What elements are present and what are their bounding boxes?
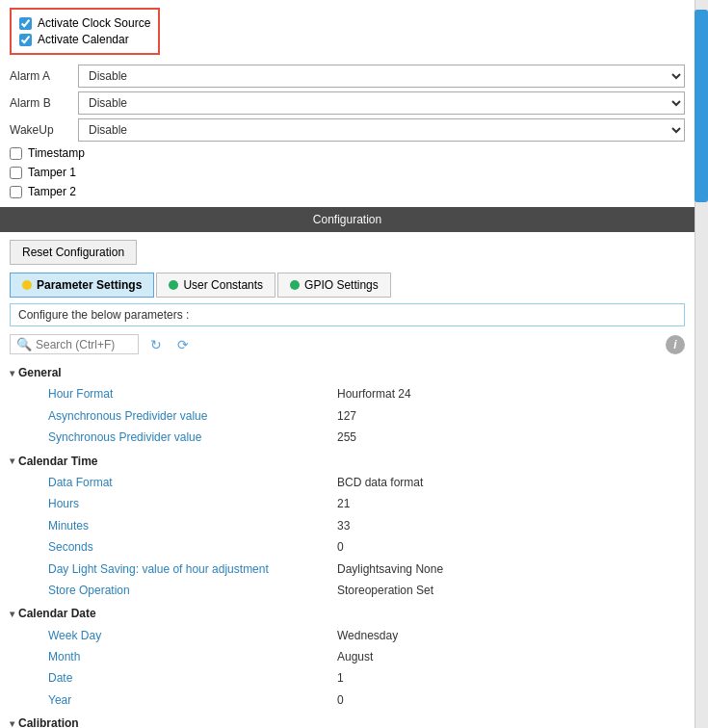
list-item: Month August: [10, 646, 685, 667]
alarm-a-label: Alarm A: [10, 69, 72, 83]
config-header: Configuration: [0, 207, 695, 232]
tab-param-label: Parameter Settings: [37, 278, 142, 292]
item-value: 21: [337, 494, 685, 513]
wakeup-select[interactable]: Disable Enable: [78, 118, 685, 142]
alarm-a-row: Alarm A Disable Enable: [0, 63, 695, 90]
item-value: 255: [337, 428, 685, 447]
item-label: Asynchronous Predivider value: [48, 406, 337, 426]
group-general: ▾ General Hour Format Hourformat 24 Asyn…: [10, 362, 685, 449]
timestamp-checkbox[interactable]: [10, 147, 22, 160]
group-calibration-header[interactable]: ▾ Calibration: [10, 713, 685, 728]
item-label: Date: [48, 668, 337, 688]
config-description: Configure the below parameters :: [10, 303, 685, 326]
alarm-b-label: Alarm B: [10, 96, 72, 110]
list-item: Seconds 0: [10, 536, 685, 558]
scrollbar[interactable]: [695, 0, 708, 728]
search-input[interactable]: [36, 338, 132, 351]
activate-clock-source-checkbox[interactable]: [19, 17, 32, 30]
item-value: 0: [337, 537, 685, 557]
item-value: 0: [337, 690, 685, 710]
tamper1-label: Tamper 1: [28, 166, 76, 179]
tamper1-checkbox[interactable]: [10, 167, 22, 179]
item-value: Storeoperation Set: [337, 581, 685, 600]
item-value: 1: [337, 668, 685, 688]
main-content: Activate Clock Source Activate Calendar …: [0, 0, 695, 728]
chevron-calendar-date: ▾: [10, 606, 14, 622]
list-item: Week Day Wednesday: [10, 625, 685, 646]
refresh-icon[interactable]: ↻: [146, 335, 166, 354]
wakeup-label: WakeUp: [10, 123, 72, 137]
activate-clock-source-row: Activate Clock Source: [19, 16, 150, 30]
activate-calendar-row: Activate Calendar: [19, 33, 150, 46]
toolbar: 🔍 ↻ ⟳ i: [10, 332, 685, 356]
item-value: 33: [337, 516, 685, 535]
tab-param-settings[interactable]: Parameter Settings: [10, 273, 154, 298]
chevron-calendar-time: ▾: [10, 453, 14, 469]
item-label: Hour Format: [48, 384, 337, 403]
group-calendar-date-header[interactable]: ▾ Calendar Date: [10, 603, 685, 624]
item-label: Minutes: [48, 516, 337, 535]
wakeup-row: WakeUp Disable Enable: [0, 117, 695, 143]
list-item: Synchronous Predivider value 255: [10, 427, 685, 448]
forward-icon[interactable]: ⟳: [173, 335, 193, 354]
item-label: Year: [48, 690, 337, 710]
group-calendar-date: ▾ Calendar Date Week Day Wednesday Month…: [10, 603, 685, 711]
activate-calendar-checkbox[interactable]: [19, 34, 32, 46]
tabs-container: Parameter Settings User Constants GPIO S…: [10, 273, 685, 298]
list-item: Year 0: [10, 689, 685, 711]
top-section: Activate Clock Source Activate Calendar: [10, 8, 160, 55]
tab-user-constants[interactable]: User Constants: [156, 273, 275, 298]
item-value: Hourformat 24: [337, 384, 685, 403]
group-calendar-time: ▾ Calendar Time Data Format BCD data for…: [10, 451, 685, 602]
item-value: 127: [337, 406, 685, 426]
group-calibration: ▾ Calibration Calibration Signal has a r…: [10, 713, 685, 728]
reset-config-button[interactable]: Reset Configuration: [10, 240, 137, 265]
item-label: Store Operation: [48, 581, 337, 600]
item-label: Day Light Saving: value of hour adjustme…: [48, 559, 337, 579]
param-tree: ▾ General Hour Format Hourformat 24 Asyn…: [10, 362, 685, 728]
group-calendar-time-label: Calendar Time: [18, 452, 97, 471]
chevron-general: ▾: [10, 365, 14, 381]
tab-user-dot: [169, 280, 178, 290]
item-label: Month: [48, 647, 337, 666]
item-label: Synchronous Predivider value: [48, 428, 337, 447]
alarm-a-select[interactable]: Disable Enable: [78, 65, 685, 88]
group-calendar-time-header[interactable]: ▾ Calendar Time: [10, 451, 685, 472]
item-label: Week Day: [48, 626, 337, 645]
search-icon: 🔍: [16, 337, 32, 351]
item-label: Seconds: [48, 537, 337, 557]
timestamp-label: Timestamp: [28, 146, 85, 160]
group-calendar-date-label: Calendar Date: [18, 604, 96, 623]
item-label: Data Format: [48, 473, 337, 492]
tamper2-option: Tamper 2: [0, 182, 695, 201]
tab-gpio-dot: [290, 280, 300, 290]
list-item: Minutes 33: [10, 515, 685, 536]
activate-calendar-label: Activate Calendar: [38, 33, 129, 46]
search-box: 🔍: [10, 334, 139, 354]
list-item: Store Operation Storeoperation Set: [10, 580, 685, 601]
tab-param-dot: [22, 280, 32, 290]
tamper2-checkbox[interactable]: [10, 186, 22, 198]
group-calibration-label: Calibration: [18, 714, 79, 728]
tamper2-label: Tamper 2: [28, 185, 76, 198]
alarm-b-select[interactable]: Disable Enable: [78, 91, 685, 115]
group-general-label: General: [18, 363, 62, 382]
list-item: Date 1: [10, 667, 685, 689]
tab-user-label: User Constants: [183, 278, 263, 292]
list-item: Hours 21: [10, 493, 685, 514]
item-value: Wednesday: [337, 626, 685, 645]
list-item: Hour Format Hourformat 24: [10, 383, 685, 404]
timestamp-option: Timestamp: [0, 143, 695, 163]
list-item: Asynchronous Predivider value 127: [10, 405, 685, 427]
list-item: Data Format BCD data format: [10, 472, 685, 493]
tab-gpio-settings[interactable]: GPIO Settings: [277, 273, 391, 298]
scrollbar-thumb[interactable]: [695, 10, 708, 202]
activate-clock-source-label: Activate Clock Source: [38, 16, 150, 30]
group-general-header[interactable]: ▾ General: [10, 362, 685, 383]
info-icon[interactable]: i: [666, 335, 685, 354]
list-item: Day Light Saving: value of hour adjustme…: [10, 559, 685, 580]
item-value: Daylightsaving None: [337, 559, 685, 579]
alarm-b-row: Alarm B Disable Enable: [0, 90, 695, 117]
item-label: Hours: [48, 494, 337, 513]
tab-gpio-label: GPIO Settings: [304, 278, 379, 292]
